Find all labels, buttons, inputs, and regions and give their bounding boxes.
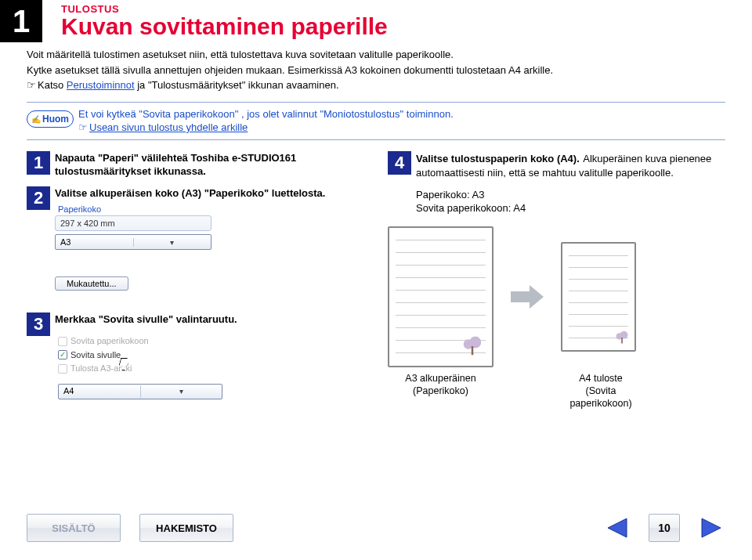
sovita-panel: Sovita paperikokoon ✓ Sovita sivulle Tul… xyxy=(55,331,235,407)
note-line1: Et voi kytkeä "Sovita paperikokoon" , jo… xyxy=(78,107,725,121)
caption-a3: A3 alkuperäinen (Paperikoko) xyxy=(388,372,494,410)
opt-tulosta-a3: Tulosta A3-arkki xyxy=(58,362,232,376)
intro-p1: Voit määritellä tulostimen asetukset nii… xyxy=(27,48,725,62)
step-3: 3 Merkkaa "Sovita sivulle" valintaruutu.… xyxy=(27,313,364,406)
intro-p3-suffix: ja "Tulostusmääritykset" ikkunan avaamin… xyxy=(135,79,339,91)
opt2-label: Sovita sivulle xyxy=(70,349,121,363)
next-page-button[interactable] xyxy=(699,515,725,540)
opt-sovita-paperikokoon: Sovita paperikokoon xyxy=(58,334,232,349)
step-1: 1 Napauta "Paperi" välilehteä Toshiba e-… xyxy=(27,151,364,179)
intro-p3-prefix: Katso xyxy=(38,79,67,91)
step-4-text: Valitse tulostuspaperin koko (A4). xyxy=(416,153,580,164)
step-2-number: 2 xyxy=(27,186,50,210)
paper-size-combo[interactable]: A3 ▾ xyxy=(55,234,212,250)
section-title: Kuvan sovittaminen paperille xyxy=(61,13,725,40)
triangle-left-icon xyxy=(605,517,628,539)
step-1-number: 1 xyxy=(27,151,50,175)
paperikoko-panel: Paperikoko 297 x 420 mm A3 ▾ Mukautettu.… xyxy=(55,204,251,291)
step-1-text: Napauta "Paperi" välilehteä Toshiba e-ST… xyxy=(55,151,364,179)
step-3-number: 3 xyxy=(27,313,50,336)
hand-icon: ☞ xyxy=(27,78,38,92)
opt1-label: Sovita paperikokoon xyxy=(70,334,149,349)
paper-size-combo-value: A3 xyxy=(56,237,133,247)
svg-rect-2 xyxy=(472,346,474,355)
triangle-right-icon xyxy=(700,517,724,539)
checkbox-checked-icon[interactable]: ✓ xyxy=(58,350,67,359)
fit-diagram: A3 alkuperäinen (Paperikoko) A4 tuloste … xyxy=(388,226,725,410)
tree-icon xyxy=(461,334,484,358)
arrow-right-icon xyxy=(511,285,544,309)
step-4-info2: Sovita paperikokoon: A4 xyxy=(416,201,725,215)
index-button[interactable]: HAKEMISTO xyxy=(139,514,233,542)
fit-size-combo-value: A4 xyxy=(59,385,140,399)
step-4: 4 Valitse tulostuspaperin koko (A4). Alk… xyxy=(388,151,725,215)
opt-sovita-sivulle[interactable]: ✓ Sovita sivulle xyxy=(58,349,232,363)
hand-icon: ☞ xyxy=(78,121,89,135)
svg-marker-6 xyxy=(608,518,627,537)
step-4-number: 4 xyxy=(388,151,411,175)
intro-p3: ☞Katso Perustoiminnot ja "Tulostusmäärit… xyxy=(27,78,725,92)
svg-point-4 xyxy=(620,331,628,339)
link-usean-sivun[interactable]: Usean sivun tulostus yhdelle arkille xyxy=(89,121,248,133)
mukautettu-button[interactable]: Mukautettu... xyxy=(55,276,128,291)
contents-button[interactable]: SISÄLTÖ xyxy=(27,514,121,542)
step-4-info1: Paperikoko: A3 xyxy=(416,188,725,202)
prev-page-button[interactable] xyxy=(603,515,630,540)
a4-sheet-icon xyxy=(561,242,636,352)
note-badge: Huom xyxy=(27,110,74,128)
intro-p2: Kytke asetukset tällä sivulla annettujen… xyxy=(27,63,725,78)
fit-size-combo[interactable]: A4 ▾ xyxy=(58,384,222,399)
checkbox-icon[interactable] xyxy=(58,364,67,374)
svg-rect-5 xyxy=(621,338,623,344)
intro-block: Voit määritellä tulostimen asetukset nii… xyxy=(27,48,725,92)
svg-point-1 xyxy=(469,336,481,348)
caption-a4: A4 tuloste (Sovita paperikokoon) xyxy=(558,372,644,410)
footer-bar: SISÄLTÖ HAKEMISTO 10 xyxy=(27,510,725,546)
a3-sheet-icon xyxy=(388,226,494,367)
chevron-down-icon: ▾ xyxy=(140,385,222,398)
note-box: Huom Et voi kytkeä "Sovita paperikokoon"… xyxy=(27,102,725,140)
step-2-text: Valitse alkuperäisen koko (A3) "Paperiko… xyxy=(55,186,364,201)
checkbox-icon[interactable] xyxy=(58,337,67,346)
paper-size-field: 297 x 420 mm xyxy=(55,215,212,231)
chapter-number: 1 xyxy=(0,0,42,42)
chevron-down-icon: ▾ xyxy=(133,238,212,247)
step-3-text: Merkkaa "Sovita sivulle" valintaruutu. xyxy=(55,313,364,327)
svg-marker-7 xyxy=(702,518,721,537)
step-2: 2 Valitse alkuperäisen koko (A3) "Paperi… xyxy=(27,186,364,291)
tree-icon xyxy=(614,330,630,345)
link-perustoiminnot[interactable]: Perustoiminnot xyxy=(67,79,135,91)
page-number: 10 xyxy=(649,514,680,542)
paperikoko-label: Paperikoko xyxy=(58,204,251,214)
